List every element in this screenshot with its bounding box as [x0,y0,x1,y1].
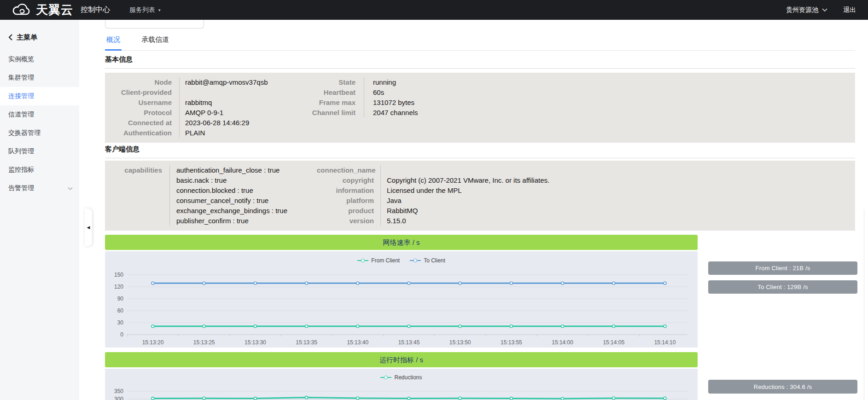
basic-info-title: 基本信息 [105,55,855,69]
client-left-values: authentication_failure_close : truebasic… [169,165,317,226]
console-label: 控制中心 [81,5,110,15]
table-line: copyright [317,175,374,186]
caret-down-icon: ▾ [158,8,161,12]
table-line: Channel limit [304,108,355,118]
sidebar-collapse-handle[interactable]: ◀ [85,209,92,246]
runtime-metrics-plot: 35030025020015010050015:13:2015:13:2515:… [105,383,698,400]
collapse-left-icon: ◀ [87,226,90,230]
sidebar-item-告警管理[interactable]: 告警管理 [0,179,79,197]
svg-text:15:13:30: 15:13:30 [245,339,266,346]
legend-marker-icon [380,377,391,378]
client-info-table: capabilities authentication_failure_clos… [105,161,855,231]
table-line: 131072 bytes [373,98,418,108]
table-line: basic.nack : true [176,175,317,186]
network-rate-chart-body: From ClientTo Client 150120906030015:13:… [105,251,698,348]
legend-label: Reductions [394,374,422,381]
svg-text:15:13:35: 15:13:35 [296,339,317,346]
legend-label: From Client [371,257,400,264]
reductions-rate-badge: Reductions : 304.6 /s [708,380,857,394]
svg-text:120: 120 [114,284,123,290]
table-line: information [317,186,374,196]
sidebar-item-监控指标[interactable]: 监控指标 [0,161,79,179]
basic-right-values: running60s131072 bytes2047 channels [364,77,418,118]
tab-承载信道[interactable]: 承载信道 [140,35,170,50]
top-navbar: 天翼云 控制中心 服务列表 ▾ 贵州资源池 退出 [0,0,868,20]
services-menu[interactable]: 服务列表 ▾ [129,6,161,14]
runtime-metrics-chart: 运行时指标 / s Reductions 3503002502001501005… [105,352,698,400]
sidebar-item-label: 集群管理 [8,74,34,82]
table-line: 2023-06-28 14:46:29 [185,118,304,128]
connection-select[interactable] [105,20,204,29]
table-line: capabilities [105,165,162,175]
page: 天翼云 控制中心 服务列表 ▾ 贵州资源池 退出 主菜单 实例概览集群管理连接 [0,0,868,400]
table-line: 60s [373,87,418,98]
legend-item-Reductions[interactable]: Reductions [380,374,422,381]
basic-left-labels: NodeClient-providedUsernameProtocolConne… [105,77,179,138]
legend-item-To Client[interactable]: To Client [410,257,445,264]
region-selector[interactable]: 贵州资源池 [786,6,827,14]
sidebar-item-信道管理[interactable]: 信道管理 [0,105,79,124]
table-line: Username [105,98,172,108]
sidebar-menu: 实例概览集群管理连接管理信道管理交换器管理队列管理监控指标告警管理 [0,50,79,197]
svg-text:15:13:55: 15:13:55 [501,339,522,346]
navbar-right: 贵州资源池 退出 [786,6,856,14]
sidebar-item-交换器管理[interactable]: 交换器管理 [0,124,79,142]
table-line: platform [317,196,374,206]
brand-title: 天翼云 [36,2,73,18]
svg-text:15:13:45: 15:13:45 [398,339,420,346]
table-line: Licensed under the MPL [387,186,549,196]
table-line [185,87,304,98]
table-line: running [373,77,418,87]
legend-marker-icon [410,260,421,261]
sidebar-item-集群管理[interactable]: 集群管理 [0,69,79,87]
legend-item-From Client[interactable]: From Client [357,257,400,264]
tab-概况[interactable]: 概况 [105,35,122,50]
table-line: Authentication [105,128,172,138]
client-right-values: Copyright (c) 2007-2021 VMware, Inc. or … [380,165,549,226]
sidebar-item-label: 告警管理 [8,184,34,192]
table-line: RabbitMQ [387,206,549,216]
table-line [105,206,162,216]
table-line: 2047 channels [373,108,418,118]
network-rate-legend: From ClientTo Client [105,251,698,266]
sidebar-item-实例概览[interactable]: 实例概览 [0,50,79,69]
to-client-rate-badge: To Client : 129B /s [708,280,857,294]
table-line: publisher_confirm : true [176,216,317,226]
table-line [105,216,162,226]
panel-border [864,209,864,400]
sidebar-item-label: 监控指标 [8,166,34,174]
network-rate-chart-title: 网络速率 / s [105,235,698,250]
table-line [105,175,162,186]
tab-bar: 概况承载信道 [105,34,855,51]
back-label: 主菜单 [17,33,37,42]
client-left-labels: capabilities [105,165,169,226]
sidebar-item-队列管理[interactable]: 队列管理 [0,142,79,161]
table-line: consumer_cancel_notify : true [176,196,317,206]
table-line: Node [105,77,172,87]
table-line: Client-provided [105,87,172,98]
table-line: connection_name [317,165,374,175]
runtime-metrics-chart-title: 运行时指标 / s [105,352,698,367]
sidebar-item-label: 实例概览 [8,55,34,64]
chevron-down-icon [822,8,827,12]
sidebar-item-label: 连接管理 [8,92,34,100]
table-line: State [304,77,355,87]
basic-info-table: NodeClient-providedUsernameProtocolConne… [105,73,855,143]
table-line: Heartbeat [304,87,355,98]
table-line: Copyright (c) 2007-2021 VMware, Inc. or … [387,175,549,186]
logout-button[interactable]: 退出 [843,6,856,14]
table-line: Frame max [304,98,355,108]
sidebar-item-连接管理[interactable]: 连接管理 [0,87,79,105]
svg-text:90: 90 [117,296,124,302]
svg-text:30: 30 [117,319,124,326]
svg-text:0: 0 [120,331,123,338]
chevron-left-icon [8,34,12,41]
back-to-main-menu[interactable]: 主菜单 [0,31,79,44]
table-line: exchange_exchange_bindings : true [176,206,317,216]
runtime-metrics-chart-body: Reductions 35030025020015010050015:13:20… [105,369,698,400]
svg-text:15:13:20: 15:13:20 [142,339,164,346]
svg-text:15:13:40: 15:13:40 [347,339,368,346]
table-line: product [317,206,374,216]
client-info-title: 客户端信息 [105,145,855,158]
basic-left-values: rabbit@amqp-vmosv37qsb rabbitmqAMQP 0-9-… [179,77,304,138]
